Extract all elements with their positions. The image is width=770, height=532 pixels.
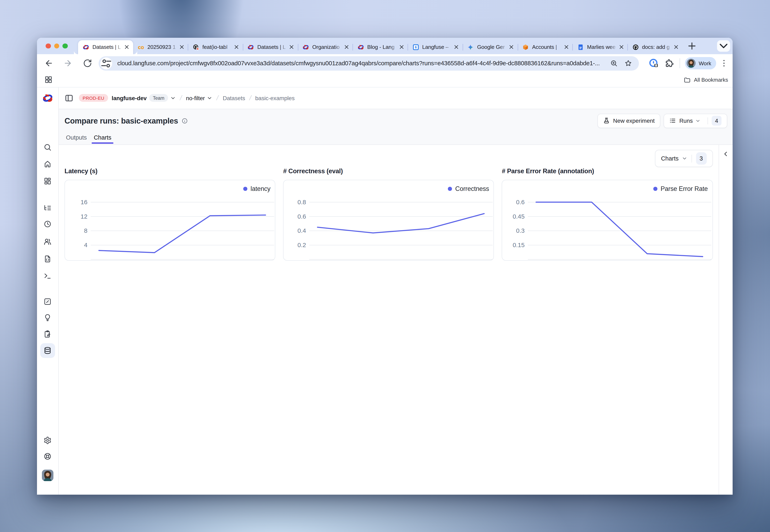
tab-close-button[interactable] <box>124 44 130 50</box>
environment-badge[interactable]: PROD-EU <box>79 94 108 102</box>
sidebar-item-database[interactable] <box>40 343 55 358</box>
address-bar[interactable]: cloud.langfuse.com/project/cmfwgv8fx002o… <box>99 56 639 71</box>
sidebar-item-clipboard-pen[interactable] <box>40 327 55 342</box>
back-button[interactable] <box>44 59 53 68</box>
tab-close-button[interactable] <box>508 44 514 50</box>
browser-tab-8[interactable]: Google Ger <box>463 40 518 54</box>
browser-tab-7[interactable]: 6Langfuse – <box>408 40 463 54</box>
chart-card: Parse Error Rate0.150.30.450.6 <box>502 180 713 260</box>
svg-text:0.6: 0.6 <box>516 199 525 205</box>
tab-close-button[interactable] <box>398 44 405 50</box>
tab-charts[interactable]: Charts <box>92 134 113 144</box>
bookmarks-bar: All Bookmarks <box>37 72 733 87</box>
minimize-window-button[interactable] <box>54 43 59 48</box>
svg-text:16: 16 <box>80 199 87 205</box>
extensions-puzzle-icon <box>664 58 674 68</box>
sidebar-item-life-buoy[interactable] <box>40 449 55 464</box>
org-switcher-button[interactable] <box>170 95 176 101</box>
sidebar-item-layout-dashboard[interactable] <box>40 173 55 188</box>
svg-text:6: 6 <box>415 46 417 49</box>
tab-close-button[interactable] <box>563 44 569 50</box>
user-avatar[interactable] <box>42 470 53 481</box>
sidebar-item-list-tree[interactable] <box>40 201 55 215</box>
all-bookmarks-button[interactable]: All Bookmarks <box>684 76 728 83</box>
info-icon[interactable] <box>182 118 188 124</box>
breadcrumb-dataset-name[interactable]: basic-examples <box>255 95 295 101</box>
svg-text:co: co <box>138 44 144 50</box>
chevron-down-icon <box>207 95 213 101</box>
tab-separator <box>298 44 298 50</box>
kebab-icon <box>719 58 729 68</box>
line-chart: 481216 <box>65 180 275 260</box>
project-switcher-button[interactable] <box>207 95 213 101</box>
url-text[interactable]: cloud.langfuse.com/project/cmfwgv8fx002o… <box>117 60 610 67</box>
sidebar-item-percent-square[interactable] <box>40 294 55 309</box>
sidebar-item-settings[interactable] <box>40 433 55 448</box>
close-window-button[interactable] <box>46 43 51 48</box>
browser-tab-5[interactable]: Organizatio <box>298 40 353 54</box>
collapse-panel-button[interactable] <box>722 150 730 158</box>
tab-close-button[interactable] <box>289 44 295 50</box>
browser-menu-button[interactable] <box>719 58 729 68</box>
project-name[interactable]: no-filter <box>186 95 205 101</box>
tab-close-button[interactable] <box>344 44 350 50</box>
new-experiment-button[interactable]: New experiment <box>598 114 660 128</box>
new-experiment-label: New experiment <box>613 117 655 124</box>
svg-text:0.8: 0.8 <box>298 199 306 205</box>
chevron-down-icon <box>682 156 687 161</box>
tab-close-button[interactable] <box>453 44 460 50</box>
sidebar-toggle-button[interactable] <box>64 93 73 102</box>
browser-tab-6[interactable]: Blog - Lang <box>353 40 408 54</box>
browser-tab-4[interactable]: Datasets | L <box>243 40 298 54</box>
charts-selector-button[interactable]: Charts 3 <box>655 150 713 167</box>
browser-tab-10[interactable]: Marlies wee <box>573 40 628 54</box>
charts-grid: Latency (s)latency481216# Correctness (e… <box>64 167 713 260</box>
browser-tab-9[interactable]: Accounts | <box>518 40 573 54</box>
password-manager-button[interactable] <box>649 58 659 68</box>
langfuse-favicon <box>357 44 364 50</box>
sidebar-item-search[interactable] <box>40 140 55 155</box>
clipboard-pen-icon <box>44 330 52 338</box>
sidebar-item-home[interactable] <box>40 157 55 171</box>
forward-button[interactable] <box>63 59 72 68</box>
sidebar-item-lightbulb[interactable] <box>40 310 55 325</box>
browser-tab-1[interactable]: Datasets | L <box>78 40 133 54</box>
bookmark-star-icon[interactable] <box>625 60 632 67</box>
sidebar-item-file-code[interactable] <box>40 251 55 266</box>
sidebar-item-terminal[interactable] <box>40 268 55 283</box>
langfuse-favicon <box>248 44 254 50</box>
life-buoy-icon <box>44 453 52 461</box>
langfuse-logo[interactable] <box>42 93 53 104</box>
tab-separator <box>353 44 353 50</box>
home-icon <box>44 160 52 168</box>
profile-chip[interactable]: Work <box>685 57 716 70</box>
chart-card: latency481216 <box>64 180 275 260</box>
chart-block-2: # Correctness (eval)Correctness0.20.40.6… <box>283 167 494 260</box>
apps-shortcut-button[interactable] <box>44 76 53 84</box>
tab-close-button[interactable] <box>178 44 185 50</box>
info-circle-icon <box>182 118 188 124</box>
new-tab-button[interactable] <box>687 41 697 51</box>
tab-close-button[interactable] <box>673 44 679 50</box>
reload-button[interactable] <box>83 59 92 68</box>
extensions-button[interactable] <box>664 58 674 68</box>
tab-close-button[interactable] <box>618 44 624 50</box>
site-info-button[interactable] <box>100 57 112 69</box>
tab-close-button[interactable] <box>234 44 240 50</box>
zoom-icon[interactable] <box>610 60 618 67</box>
sidebar-item-clock[interactable] <box>40 217 55 232</box>
org-name[interactable]: langfuse-dev <box>112 95 147 101</box>
svg-text:0.2: 0.2 <box>298 242 306 248</box>
browser-tab-3[interactable]: feat(io-tabl <box>188 40 243 54</box>
breadcrumb-datasets-link[interactable]: Datasets <box>223 95 245 101</box>
browser-tab-11[interactable]: docs: add g <box>628 40 683 54</box>
zoom-window-button[interactable] <box>62 43 68 48</box>
search-icon <box>44 143 52 151</box>
sidebar-item-users[interactable] <box>40 234 55 249</box>
tab-outputs[interactable]: Outputs <box>64 134 89 144</box>
browser-tab-2[interactable]: co20250923 1 <box>133 40 188 54</box>
file-code-icon <box>44 255 52 263</box>
tab-separator <box>628 44 628 50</box>
tab-search-button[interactable] <box>717 40 730 52</box>
runs-selector-button[interactable]: Runs 4 <box>664 114 727 128</box>
